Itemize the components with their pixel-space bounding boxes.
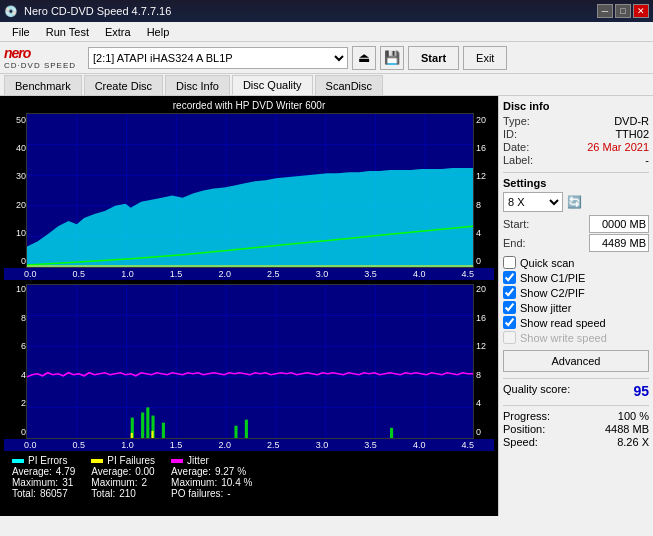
pi-failures-max-label: Maximum: (91, 477, 137, 488)
pi-failures-label: PI Failures (107, 455, 155, 466)
disc-id-row: ID: TTH02 (503, 128, 649, 140)
tab-scandisc[interactable]: ScanDisc (315, 75, 383, 95)
progress-label: Progress: (503, 410, 550, 422)
close-button[interactable]: ✕ (633, 4, 649, 18)
chart-title: recorded with HP DVD Writer 600r (4, 100, 494, 111)
position-label: Position: (503, 423, 545, 435)
show-c1-row[interactable]: Show C1/PIE (503, 271, 649, 284)
tab-disc-info[interactable]: Disc Info (165, 75, 230, 95)
tab-benchmark[interactable]: Benchmark (4, 75, 82, 95)
speed-label: Speed: (503, 436, 538, 448)
start-label: Start: (503, 218, 529, 230)
advanced-button[interactable]: Advanced (503, 350, 649, 372)
bottom-y-axis-right: 20 16 12 8 4 0 (474, 282, 494, 439)
end-input[interactable] (589, 234, 649, 252)
menu-help[interactable]: Help (139, 24, 178, 40)
drive-select[interactable]: [2:1] ATAPI iHAS324 A BL1P (88, 47, 348, 69)
svg-rect-14 (27, 285, 473, 438)
show-read-speed-checkbox[interactable] (503, 316, 516, 329)
pi-errors-max-value: 31 (62, 477, 73, 488)
pi-errors-avg-value: 4.79 (56, 466, 75, 477)
refresh-icon[interactable]: 🔄 (567, 195, 582, 209)
menu-file[interactable]: File (4, 24, 38, 40)
svg-rect-33 (245, 420, 248, 438)
disc-type-value: DVD-R (614, 115, 649, 127)
window-controls[interactable]: ─ □ ✕ (597, 4, 649, 18)
jitter-dot (171, 459, 183, 463)
settings-section: Settings 8 X 🔄 Start: End: Quick sc (503, 177, 649, 372)
save-button[interactable]: 💾 (380, 46, 404, 70)
speed-row: 8 X 🔄 (503, 192, 649, 212)
start-button[interactable]: Start (408, 46, 459, 70)
svg-rect-32 (234, 426, 237, 438)
eject-button[interactable]: ⏏ (352, 46, 376, 70)
disc-date-value: 26 Mar 2021 (587, 141, 649, 153)
quick-scan-checkbox[interactable] (503, 256, 516, 269)
window-title: Nero CD-DVD Speed 4.7.7.16 (24, 5, 171, 17)
minimize-button[interactable]: ─ (597, 4, 613, 18)
show-c2-checkbox[interactable] (503, 286, 516, 299)
show-write-speed-label: Show write speed (520, 332, 607, 344)
show-read-speed-label: Show read speed (520, 317, 606, 329)
legend-pi-failures: PI Failures Average: 0.00 Maximum: 2 Tot… (91, 455, 155, 499)
start-input[interactable] (589, 215, 649, 233)
svg-rect-28 (141, 413, 144, 439)
quality-score-label: Quality score: (503, 383, 570, 399)
pi-failures-total-label: Total: (91, 488, 115, 499)
show-c2-row[interactable]: Show C2/PIF (503, 286, 649, 299)
progress-section: Progress: 100 % Position: 4488 MB Speed:… (503, 410, 649, 448)
speed-select[interactable]: 8 X (503, 192, 563, 212)
pi-errors-total-value: 86057 (40, 488, 68, 499)
tabs: Benchmark Create Disc Disc Info Disc Qua… (0, 74, 653, 96)
disc-label-value: - (645, 154, 649, 166)
top-chart (26, 113, 474, 268)
exit-button[interactable]: Exit (463, 46, 507, 70)
quality-section: Quality score: 95 (503, 383, 649, 399)
settings-title: Settings (503, 177, 649, 189)
show-jitter-row[interactable]: Show jitter (503, 301, 649, 314)
show-c1-checkbox[interactable] (503, 271, 516, 284)
pi-errors-label: PI Errors (28, 455, 67, 466)
bottom-chart (26, 284, 474, 439)
show-write-speed-checkbox (503, 331, 516, 344)
disc-label-row: Label: - (503, 154, 649, 166)
pi-errors-avg-label: Average: (12, 466, 52, 477)
pi-failures-total-value: 210 (119, 488, 136, 499)
top-y-axis-left: 50 40 30 20 10 0 (4, 113, 26, 268)
svg-rect-29 (146, 407, 149, 438)
toolbar: nero CD·DVD SPEED [2:1] ATAPI iHAS324 A … (0, 42, 653, 74)
disc-type-row: Type: DVD-R (503, 115, 649, 127)
show-write-speed-row: Show write speed (503, 331, 649, 344)
chart-area: recorded with HP DVD Writer 600r 50 40 3… (0, 96, 498, 516)
legend-pi-errors: PI Errors Average: 4.79 Maximum: 31 Tota… (12, 455, 75, 499)
tab-create-disc[interactable]: Create Disc (84, 75, 163, 95)
tab-disc-quality[interactable]: Disc Quality (232, 75, 313, 95)
disc-label-label: Label: (503, 154, 533, 166)
disc-info-title: Disc info (503, 100, 649, 112)
svg-rect-35 (131, 433, 133, 438)
menu-run-test[interactable]: Run Test (38, 24, 97, 40)
position-row: Position: 4488 MB (503, 423, 649, 435)
bottom-y-axis-left: 10 8 6 4 2 0 (4, 282, 26, 439)
quality-score-value: 95 (633, 383, 649, 399)
show-jitter-checkbox[interactable] (503, 301, 516, 314)
jitter-avg-label: Average: (171, 466, 211, 477)
pi-failures-dot (91, 459, 103, 463)
position-value: 4488 MB (605, 423, 649, 435)
end-row: End: (503, 234, 649, 252)
quality-score-row: Quality score: 95 (503, 383, 649, 399)
maximize-button[interactable]: □ (615, 4, 631, 18)
speed-value: 8.26 X (617, 436, 649, 448)
nero-logo-top: nero (4, 45, 30, 61)
jitter-avg-value: 9.27 % (215, 466, 246, 477)
menu-extra[interactable]: Extra (97, 24, 139, 40)
jitter-max-value: 10.4 % (221, 477, 252, 488)
quick-scan-row[interactable]: Quick scan (503, 256, 649, 269)
speed-row-result: Speed: 8.26 X (503, 436, 649, 448)
main-content: recorded with HP DVD Writer 600r 50 40 3… (0, 96, 653, 516)
quick-scan-label: Quick scan (520, 257, 574, 269)
pi-failures-avg-label: Average: (91, 466, 131, 477)
top-chart-wrapper: 50 40 30 20 10 0 (4, 113, 494, 268)
start-row: Start: (503, 215, 649, 233)
show-read-speed-row[interactable]: Show read speed (503, 316, 649, 329)
